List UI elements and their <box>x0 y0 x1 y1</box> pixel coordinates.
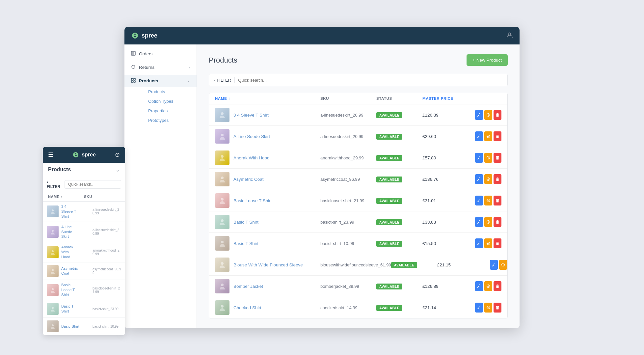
svg-point-19 <box>52 209 54 211</box>
edit-button[interactable] <box>475 303 483 313</box>
copy-button[interactable] <box>484 303 492 313</box>
mobile-list-item: Asymetric Coat asymetriccoat_96.99 <box>43 262 125 280</box>
mobile-table-header: NAME ↑ SKU <box>43 192 125 202</box>
edit-button[interactable] <box>475 153 483 163</box>
mobile-product-thumb <box>47 226 59 238</box>
table-row: Anorak With Hood anorakwithhood_29.99 AV… <box>209 147 507 169</box>
new-product-button[interactable]: + New Product <box>467 54 508 66</box>
mobile-filter-icon[interactable]: › FILTER <box>47 180 62 189</box>
delete-button[interactable] <box>494 196 501 205</box>
th-status: STATUS <box>376 96 422 100</box>
copy-button[interactable] <box>484 174 492 184</box>
product-status-cell: AVAILABLE <box>376 112 422 118</box>
product-thumbnail <box>215 215 229 229</box>
product-name-link[interactable]: Anorak With Hood <box>233 155 270 160</box>
product-name-link[interactable]: Basic T Shirt <box>233 220 258 225</box>
mobile-chevron-down-icon[interactable]: ⌄ <box>116 167 120 173</box>
sidebar-sub-prototypes[interactable]: Prototypes <box>136 116 197 125</box>
table-row: Basic Loose T Shirt basiclooset-shirt_21… <box>209 190 507 211</box>
action-cell <box>475 110 501 120</box>
sidebar-sub-properties[interactable]: Properties <box>136 106 197 116</box>
main-content: Products + New Product › FILTER NAME ↑ <box>197 44 520 328</box>
mobile-product-name[interactable]: 3 4 Sleeve T Shirt <box>61 204 90 219</box>
mobile-product-name[interactable]: Asymetric Coat <box>61 266 90 276</box>
copy-button[interactable] <box>484 196 492 205</box>
mobile-product-thumb <box>47 320 59 332</box>
copy-button[interactable] <box>484 217 492 227</box>
edit-button[interactable] <box>475 217 483 227</box>
edit-button[interactable] <box>475 281 483 291</box>
delete-button[interactable] <box>494 303 501 313</box>
product-sku: bomberjacket_89.99 <box>320 284 376 289</box>
product-price: £33.83 <box>422 220 475 225</box>
mobile-product-name[interactable]: Basic Shirt <box>61 324 90 329</box>
mobile-product-name[interactable]: A Line Suede Skirt <box>61 225 90 239</box>
copy-button[interactable] <box>499 260 507 270</box>
delete-button[interactable] <box>494 174 501 184</box>
mobile-product-name[interactable]: Basic T Shirt <box>61 304 90 314</box>
mobile-product-name[interactable]: Anorak With Hood <box>61 245 90 259</box>
sidebar-item-returns[interactable]: Returns › <box>124 61 197 73</box>
copy-button[interactable] <box>484 131 492 141</box>
th-master-price: MASTER PRICE <box>422 96 475 100</box>
mobile-th-name: NAME ↑ <box>48 195 84 199</box>
mobile-body: 3 4 Sleeve T Shirt a-linesuedeskirt_20.9… <box>43 202 125 335</box>
search-input[interactable] <box>238 78 503 83</box>
product-name-link[interactable]: Checked Shirt <box>233 305 261 310</box>
copy-button[interactable] <box>484 110 492 120</box>
products-chevron-icon: ⌄ <box>187 79 190 83</box>
filter-toggle-button[interactable]: › FILTER <box>214 78 231 83</box>
status-badge: AVAILABLE <box>376 112 402 118</box>
sidebar-section-products: Products ⌄ Products Option Types Propert… <box>124 75 197 125</box>
status-badge: AVAILABLE <box>376 177 402 182</box>
mobile-user-icon[interactable]: ⊙ <box>115 151 120 158</box>
svg-point-17 <box>221 284 224 286</box>
delete-button[interactable] <box>494 281 501 291</box>
sidebar-item-products[interactable]: Products ⌄ <box>124 75 197 87</box>
product-sku: asymetriccoat_96.99 <box>320 177 376 182</box>
mobile-search-input[interactable] <box>65 180 121 189</box>
edit-button[interactable] <box>490 260 498 270</box>
edit-button[interactable] <box>475 196 483 205</box>
sidebar-sub-option-types[interactable]: Option Types <box>136 96 197 106</box>
app-logo[interactable]: spree <box>131 32 157 40</box>
user-avatar-icon[interactable] <box>506 31 513 40</box>
table-row: Checked Shirt checkedshirt_14.99 AVAILAB… <box>209 297 507 318</box>
edit-button[interactable] <box>475 110 483 120</box>
copy-button[interactable] <box>484 153 492 163</box>
delete-button[interactable] <box>494 217 501 227</box>
product-status-cell: AVAILABLE <box>376 305 422 311</box>
copy-button[interactable] <box>484 238 492 248</box>
delete-button[interactable] <box>494 110 501 120</box>
edit-button[interactable] <box>475 174 483 184</box>
action-cell <box>475 131 501 141</box>
delete-button[interactable] <box>494 153 501 163</box>
product-thumbnail <box>215 258 229 272</box>
svg-point-21 <box>52 250 54 252</box>
sidebar-sub-products[interactable]: Products <box>136 87 197 96</box>
mobile-product-name[interactable]: Basic Loose T Shirt <box>61 283 90 297</box>
product-status-cell: AVAILABLE <box>376 240 422 247</box>
edit-button[interactable] <box>475 131 483 141</box>
sidebar-item-orders[interactable]: Orders <box>124 48 197 60</box>
product-name-link[interactable]: Bomber Jacket <box>233 284 263 289</box>
product-name-link[interactable]: Blouse With Wide Flounced Sleeve <box>233 262 303 267</box>
delete-button[interactable] <box>494 131 501 141</box>
product-name-link[interactable]: Basic Loose T Shirt <box>233 198 272 203</box>
product-name-link[interactable]: A Line Suede Skirt <box>233 134 270 139</box>
mobile-hamburger-icon[interactable]: ☰ <box>48 151 53 158</box>
svg-point-15 <box>221 241 224 243</box>
delete-button[interactable] <box>494 238 501 248</box>
mobile-list-item: Basic Shirt basict-shirt_10.99 <box>43 318 125 335</box>
edit-button[interactable] <box>475 238 483 248</box>
product-name-link[interactable]: Basic T Shirt <box>233 241 258 246</box>
product-price: £57.80 <box>422 155 475 160</box>
copy-button[interactable] <box>484 281 492 291</box>
product-name-link[interactable]: Asymetric Coat <box>233 177 264 182</box>
table-row: Asymetric Coat asymetriccoat_96.99 AVAIL… <box>209 169 507 190</box>
product-name-cell: Basic Loose T Shirt <box>215 193 320 208</box>
product-thumbnail <box>215 300 229 315</box>
mobile-product-thumb <box>47 303 59 315</box>
th-name[interactable]: NAME ↑ <box>215 96 320 100</box>
product-name-link[interactable]: 3 4 Sleeve T Shirt <box>233 113 269 118</box>
